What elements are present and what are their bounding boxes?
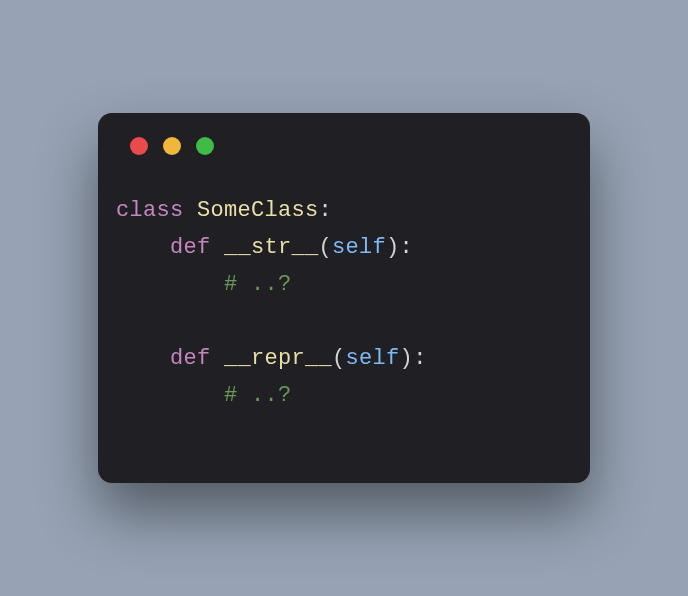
maximize-icon[interactable] (196, 137, 214, 155)
indent (116, 346, 170, 371)
keyword-class: class (116, 198, 184, 223)
close-paren: ) (400, 346, 414, 371)
open-paren: ( (332, 346, 346, 371)
code-content: class SomeClass: def __str__(self): # ..… (98, 173, 590, 435)
class-name: SomeClass (197, 198, 319, 223)
indent (116, 383, 224, 408)
param-self: self (346, 346, 400, 371)
close-icon[interactable] (130, 137, 148, 155)
keyword-def: def (170, 346, 211, 371)
method-name-str: __str__ (224, 235, 319, 260)
colon: : (413, 346, 427, 371)
colon: : (400, 235, 414, 260)
minimize-icon[interactable] (163, 137, 181, 155)
comment: # ..? (224, 383, 292, 408)
indent (116, 235, 170, 260)
method-name-repr: __repr__ (224, 346, 332, 371)
window-controls (98, 113, 590, 173)
colon: : (319, 198, 333, 223)
indent (116, 272, 224, 297)
keyword-def: def (170, 235, 211, 260)
code-editor-window: class SomeClass: def __str__(self): # ..… (98, 113, 590, 483)
close-paren: ) (386, 235, 400, 260)
param-self: self (332, 235, 386, 260)
comment: # ..? (224, 272, 292, 297)
open-paren: ( (319, 235, 333, 260)
